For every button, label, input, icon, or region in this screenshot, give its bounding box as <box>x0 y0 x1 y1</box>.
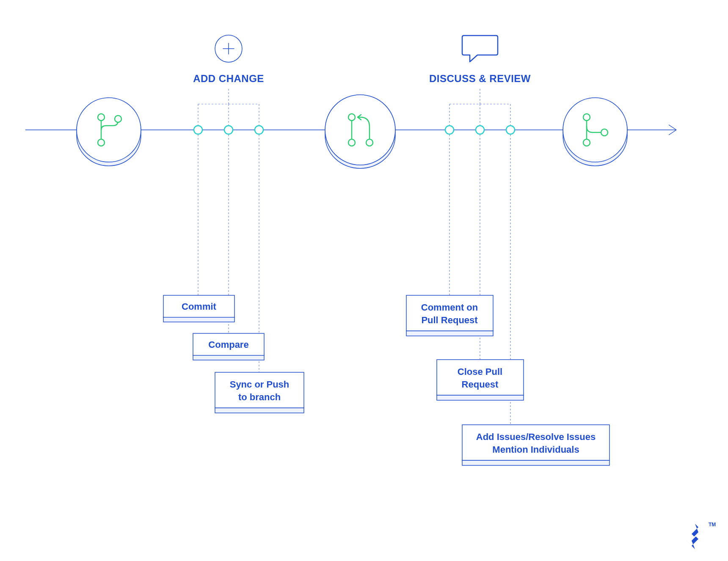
svg-text:to branch: to branch <box>238 392 281 402</box>
svg-text:Close Pull: Close Pull <box>458 366 502 377</box>
timeline-dot <box>224 126 233 134</box>
timeline-node-branch <box>77 98 141 166</box>
svg-rect-42 <box>406 331 493 336</box>
svg-rect-43 <box>406 295 493 331</box>
svg-text:Request: Request <box>462 379 499 390</box>
action-box-commit: Commit <box>163 295 234 322</box>
stage-add-change: ADD CHANGE Commit Compare Sync <box>163 35 304 413</box>
svg-text:Mention Individuals: Mention Individuals <box>492 444 579 455</box>
timeline-dot <box>476 126 484 134</box>
action-box-compare: Compare <box>193 333 264 360</box>
svg-point-6 <box>115 116 121 122</box>
svg-rect-46 <box>437 395 524 400</box>
svg-point-14 <box>563 98 627 162</box>
timeline-dot <box>194 126 202 134</box>
svg-point-17 <box>583 139 590 146</box>
svg-point-2 <box>77 98 141 162</box>
svg-rect-33 <box>215 408 304 413</box>
svg-text:Add Issues/Resolve Issues: Add Issues/Resolve Issues <box>476 432 596 442</box>
svg-point-12 <box>366 139 373 146</box>
svg-point-16 <box>583 114 590 121</box>
trademark-label: TM <box>709 522 716 528</box>
svg-rect-47 <box>437 360 524 395</box>
svg-rect-27 <box>163 317 234 322</box>
svg-text:Sync or Push: Sync or Push <box>230 379 290 390</box>
svg-rect-50 <box>462 460 609 465</box>
timeline-dot <box>506 126 515 134</box>
svg-text:Pull Request: Pull Request <box>421 315 478 325</box>
toptal-logo <box>686 524 704 549</box>
svg-point-10 <box>348 114 355 121</box>
speech-bubble-icon <box>462 36 498 62</box>
plus-icon <box>215 35 242 62</box>
git-workflow-diagram: ADD CHANGE Commit Compare Sync <box>0 0 728 561</box>
timeline-dot <box>445 126 454 134</box>
svg-rect-30 <box>193 355 264 360</box>
svg-point-5 <box>98 139 105 146</box>
svg-text:Commit: Commit <box>182 301 217 312</box>
action-box-close-pr: Close Pull Request <box>437 360 524 400</box>
svg-point-18 <box>601 129 608 136</box>
svg-text:Compare: Compare <box>208 339 248 350</box>
svg-text:Comment on: Comment on <box>421 302 478 313</box>
timeline-node-merge <box>563 98 627 166</box>
svg-point-4 <box>98 114 105 121</box>
action-box-comment-pr: Comment on Pull Request <box>406 295 493 336</box>
stage-discuss-review-title: DISCUSS & REVIEW <box>429 73 531 84</box>
svg-point-8 <box>325 95 395 165</box>
action-box-sync-push: Sync or Push to branch <box>215 372 304 413</box>
action-box-issues-mention: Add Issues/Resolve Issues Mention Indivi… <box>462 425 609 465</box>
stage-discuss-review: DISCUSS & REVIEW Comment on Pull Request… <box>406 36 609 465</box>
svg-rect-34 <box>215 372 304 408</box>
timeline-dot <box>255 126 263 134</box>
svg-rect-51 <box>462 425 609 460</box>
stage-add-change-title: ADD CHANGE <box>193 73 264 84</box>
svg-point-11 <box>348 139 355 146</box>
timeline-node-pull-request <box>325 95 395 168</box>
